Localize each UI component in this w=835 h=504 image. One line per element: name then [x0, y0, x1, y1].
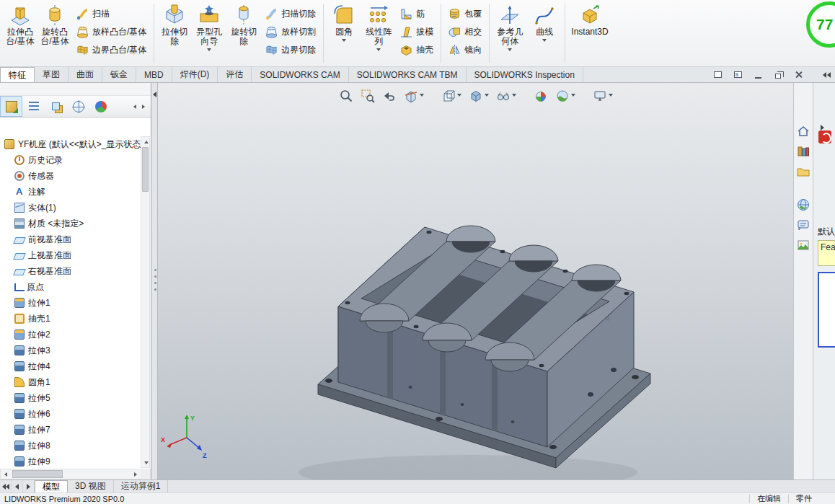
command-tab[interactable]: 特征: [0, 67, 35, 82]
reference-geometry-button[interactable]: 参考几 何体: [493, 1, 526, 65]
tree-item[interactable]: 前视基准面: [0, 231, 141, 247]
tree-item[interactable]: 拉伸3: [0, 342, 141, 358]
tree-item[interactable]: 原点: [0, 279, 141, 295]
tab-scroll-first-button[interactable]: [0, 480, 12, 492]
document-tab[interactable]: 3D 视图: [68, 480, 114, 492]
lofted-cut-button[interactable]: 放样切割: [262, 23, 319, 41]
tree-item[interactable]: 拉伸4: [0, 358, 141, 374]
scroll-right-button[interactable]: [131, 469, 141, 479]
scroll-up-button[interactable]: [141, 137, 151, 146]
command-tab[interactable]: MBD: [136, 67, 172, 82]
tree-horizontal-scrollbar[interactable]: [0, 469, 141, 479]
boundary-cut-button[interactable]: 边界切除: [262, 41, 319, 59]
command-tab[interactable]: SOLIDWORKS CAM TBM: [349, 67, 467, 82]
sweep-button[interactable]: 扫描: [73, 5, 150, 23]
document-tab[interactable]: 运动算例1: [114, 480, 169, 492]
design-library-button[interactable]: [795, 143, 811, 159]
command-tab[interactable]: SOLIDWORKS Inspection: [467, 67, 583, 82]
zoom-fit-button[interactable]: [337, 87, 355, 105]
fea-note[interactable]: Fea: [818, 240, 835, 266]
wrap-button[interactable]: 包覆: [445, 5, 485, 23]
tree-item[interactable]: 拉伸9: [0, 454, 141, 468]
collapse-task-pane-button[interactable]: [813, 67, 835, 82]
scrollbar-thumb[interactable]: [12, 470, 63, 478]
tree-item[interactable]: YF机座 (默认<<默认>_显示状态: [0, 136, 141, 152]
scroll-left-button[interactable]: [1, 469, 11, 479]
rib-button[interactable]: 筋: [397, 5, 437, 23]
tree-item[interactable]: 拉伸7: [0, 422, 141, 438]
model-3d[interactable]: Y X Z: [158, 83, 793, 479]
task-pane-thumbnail[interactable]: [818, 272, 835, 348]
command-tab[interactable]: 钣金: [102, 67, 136, 82]
intersect-button[interactable]: 相交: [445, 23, 485, 41]
boundary-boss-button[interactable]: 边界凸台/基体: [73, 41, 150, 59]
window-dock-button[interactable]: [729, 68, 746, 81]
scroll-down-button[interactable]: [141, 458, 151, 467]
tree-item[interactable]: 抽壳1: [0, 311, 141, 327]
extrude-cut-button[interactable]: 拉伸切 除: [158, 1, 191, 65]
hide-show-items-button[interactable]: [494, 87, 518, 105]
apply-scene-button[interactable]: [553, 87, 578, 105]
previous-view-button[interactable]: [380, 87, 399, 105]
shell-button[interactable]: 抽壳: [397, 41, 437, 59]
tab-propertymanager[interactable]: [22, 96, 45, 117]
command-tab[interactable]: SOLIDWORKS CAM: [252, 67, 348, 82]
edit-appearance-button[interactable]: [531, 87, 550, 105]
tab-featuremanager-tree[interactable]: [0, 96, 22, 117]
instant3d-button[interactable]: Instant3D: [569, 1, 610, 65]
display-style-button[interactable]: [467, 87, 491, 105]
tab-scroll-left-button[interactable]: [12, 480, 23, 492]
view-palette-button[interactable]: [795, 197, 811, 213]
solidworks-resources-icon[interactable]: [818, 131, 831, 143]
tab-scroll-right-button[interactable]: [23, 480, 35, 492]
command-tab[interactable]: 曲面: [69, 67, 102, 82]
scroll-left-icon[interactable]: [133, 105, 136, 109]
scroll-right-icon[interactable]: [142, 105, 145, 109]
tab-configuration-manager[interactable]: [45, 96, 67, 117]
section-view-button[interactable]: [402, 87, 426, 105]
forum-button[interactable]: [795, 217, 811, 233]
draft-button[interactable]: 拔模: [397, 23, 437, 41]
file-explorer-button[interactable]: [795, 164, 811, 180]
panel-splitter[interactable]: [152, 83, 158, 479]
expand-arrow-icon[interactable]: [821, 125, 824, 131]
tree-item[interactable]: 材质 <未指定>: [0, 216, 141, 231]
command-tab[interactable]: 评估: [218, 67, 252, 82]
mirror-button[interactable]: 镜向: [445, 41, 485, 59]
tab-dimxpert-manager[interactable]: [67, 96, 89, 117]
command-tab[interactable]: 草图: [35, 67, 69, 82]
document-tab[interactable]: 模型: [35, 480, 68, 492]
tree-item[interactable]: 实体(1): [0, 200, 141, 216]
window-float-button[interactable]: [709, 68, 726, 81]
revolve-cut-button[interactable]: 旋转切 除: [227, 1, 260, 65]
restore-button[interactable]: [769, 68, 787, 81]
loft-button[interactable]: 放样凸台/基体: [73, 23, 150, 41]
tree-item[interactable]: 上视基准面: [0, 247, 141, 263]
appearances-button[interactable]: [795, 237, 811, 253]
tab-display-manager[interactable]: [89, 96, 112, 117]
minimize-button[interactable]: [749, 68, 766, 81]
swept-cut-button[interactable]: 扫描切除: [262, 5, 319, 23]
revolve-boss-button[interactable]: 旋转凸 台/基体: [38, 1, 71, 65]
tree-item[interactable]: 拉伸8: [0, 438, 141, 454]
view-settings-button[interactable]: [591, 87, 615, 105]
splitter-grip[interactable]: [154, 269, 156, 271]
fillet-button[interactable]: 圆角: [327, 1, 361, 65]
tree-item[interactable]: 注解: [0, 184, 141, 200]
tree-item[interactable]: 右视基准面: [0, 263, 141, 279]
tree-vertical-scrollbar[interactable]: [141, 136, 150, 468]
curve-button[interactable]: 曲线: [528, 1, 561, 65]
tree-item[interactable]: 拉伸6: [0, 406, 141, 422]
linear-pattern-button[interactable]: 线性阵 列: [362, 1, 395, 65]
hole-wizard-button[interactable]: 异型孔 向导: [193, 1, 226, 65]
tree-item[interactable]: 拉伸2: [0, 327, 141, 342]
command-tab[interactable]: 焊件(D): [172, 67, 218, 82]
tree-item[interactable]: 历史记录: [0, 152, 141, 168]
home-button[interactable]: [795, 123, 811, 139]
tree-item[interactable]: 拉伸5: [0, 390, 141, 406]
graphics-viewport[interactable]: Y X Z: [158, 83, 793, 479]
view-orientation-button[interactable]: [439, 87, 464, 105]
tree-item[interactable]: 传感器: [0, 168, 141, 184]
zoom-to-area-button[interactable]: [358, 87, 377, 105]
tree-item[interactable]: 拉伸1: [0, 295, 141, 311]
